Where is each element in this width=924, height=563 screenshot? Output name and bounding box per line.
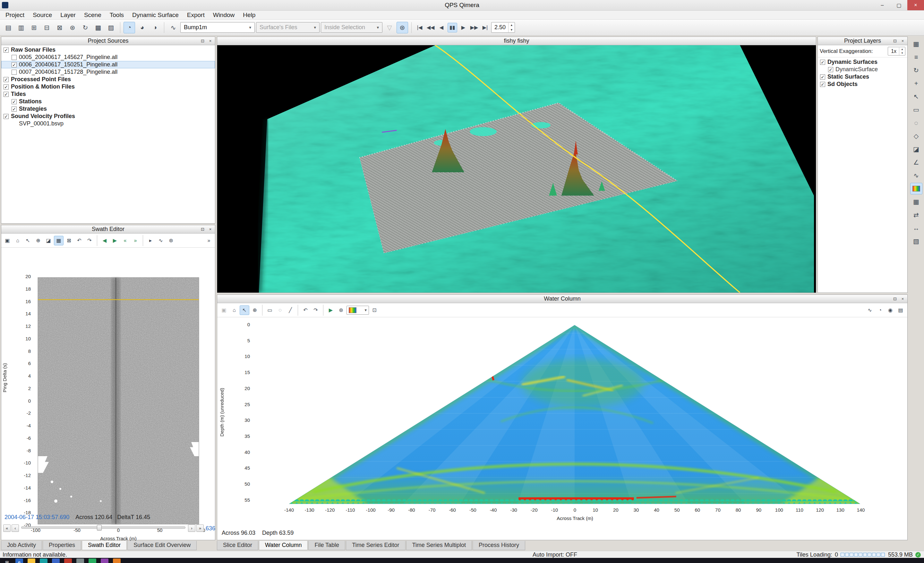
swath-redo-button[interactable]: ↷	[85, 236, 94, 246]
swath-zoom-button[interactable]: ⊕	[33, 236, 43, 246]
water-column-mode-button[interactable]: ∿	[168, 22, 179, 33]
scene-3d-canvas[interactable]	[217, 45, 816, 293]
checkbox[interactable]: ✓	[3, 48, 9, 52]
wc-wiggle-trace-button[interactable]: ∿	[865, 305, 874, 315]
wc-pointer-button[interactable]: ↖	[240, 305, 249, 315]
next-page-button[interactable]: »	[130, 236, 140, 246]
wc-visibility-button[interactable]: ◉	[885, 305, 895, 315]
taskbar-app-icon-5[interactable]	[88, 559, 96, 563]
taskbar-app-icon-7[interactable]	[113, 559, 121, 563]
tree-item-dynamicsurface[interactable]: ✓DynamicSurface	[818, 66, 908, 73]
scene-pointer-button[interactable]: ↖	[910, 91, 922, 102]
swath-last-ping-button[interactable]: »	[196, 524, 204, 532]
tree-item-raw-sonar-files[interactable]: ✓Raw Sonar Files	[1, 46, 215, 54]
tree-item-file-0005[interactable]: 0005_20040617_145627_Pingeline.all	[1, 54, 215, 61]
taskbar-app-icon-4[interactable]	[76, 559, 84, 563]
reset-axes-button[interactable]: +	[910, 78, 922, 89]
play-button[interactable]: ▶	[459, 23, 468, 32]
vertical-exaggeration-spinbox[interactable]: 1x ▲▼	[888, 47, 905, 55]
pan-move-button[interactable]: ↔	[910, 222, 922, 234]
lasso-select-button[interactable]: ◌	[910, 117, 922, 129]
tab-water-column[interactable]: Water Column	[259, 541, 308, 550]
swath-pointer-button[interactable]: ↖	[23, 236, 33, 246]
swap-view-button[interactable]: ⇄	[910, 209, 922, 221]
prev-line-button[interactable]: ◀	[100, 236, 110, 246]
checkbox[interactable]: ✓	[12, 99, 16, 104]
spectrum-button[interactable]: ∿	[156, 236, 165, 246]
polygon-select-button[interactable]: ◇	[910, 130, 922, 142]
export-data-button[interactable]: ▥	[15, 22, 27, 33]
wc-settings-button[interactable]: ⊛	[336, 305, 346, 315]
close-button[interactable]: ×	[908, 0, 924, 10]
water-column-canvas[interactable]	[217, 317, 908, 528]
menu-source[interactable]: Source	[28, 10, 56, 19]
tree-item-svp-file[interactable]: SVP_00001.bsvp	[1, 120, 215, 127]
tab-swath-editor[interactable]: Swath Editor	[82, 541, 127, 550]
tree-item-strategies[interactable]: ✓Strategies	[1, 105, 215, 112]
interval-spinbox[interactable]: 2.50 ▲▼	[491, 22, 515, 33]
checkbox[interactable]: ✓	[820, 60, 825, 65]
checkbox[interactable]: ✓	[820, 75, 825, 79]
wc-colormap-dropdown[interactable]: ▾	[346, 306, 369, 315]
minimize-button[interactable]: –	[874, 0, 891, 10]
fast-forward-button[interactable]: ▶▶	[470, 23, 479, 32]
maximize-button[interactable]: ▢	[891, 0, 908, 10]
swath-canvas[interactable]	[33, 277, 203, 525]
close-panel-icon[interactable]: ×	[899, 37, 906, 44]
erase-button[interactable]: ◪	[910, 144, 922, 155]
tree-item-stations[interactable]: ✓Stations	[1, 98, 215, 105]
swath-next-ping-button[interactable]: ›	[188, 524, 195, 532]
checkbox[interactable]: ✓	[12, 62, 16, 67]
float-panel-icon[interactable]: ⊡	[199, 226, 206, 232]
tree-item-processed-point-files[interactable]: ✓Processed Point Files	[1, 76, 215, 83]
surface-files-combobox[interactable]: Surface's Files▾	[256, 22, 320, 33]
grid-layer-combobox[interactable]: Bump1m▾	[180, 22, 255, 33]
tree-item-file-0006[interactable]: ✓0006_20040617_150251_Pingeline.all	[1, 61, 215, 68]
close-panel-icon[interactable]: ×	[207, 37, 214, 44]
taskbar-explorer-icon[interactable]	[28, 559, 35, 563]
new-surface-button[interactable]: ▩	[92, 22, 104, 33]
spin-down-icon[interactable]: ▼	[899, 51, 905, 55]
menu-project[interactable]: Project	[1, 10, 28, 19]
colormap-button[interactable]	[910, 183, 922, 195]
next-line-button[interactable]: ▶	[110, 236, 120, 246]
rewind-button[interactable]: ◀◀	[426, 23, 435, 32]
tab-properties[interactable]: Properties	[43, 541, 81, 550]
filter-button[interactable]: ▽	[384, 22, 395, 33]
swath-editor-mode-button[interactable]: ◔	[123, 22, 135, 33]
menu-help[interactable]: Help	[239, 10, 260, 19]
swath-undo-button[interactable]: ↶	[74, 236, 84, 246]
wc-save-button[interactable]: ▣	[219, 305, 229, 315]
select-rectangle-button[interactable]: ▭	[910, 104, 922, 115]
tree-item-file-0007[interactable]: 0007_20040617_151728_Pingeline.all	[1, 68, 215, 76]
spin-up-icon[interactable]: ▲	[508, 23, 514, 28]
taskbar-app-icon-3[interactable]	[64, 559, 72, 563]
swath-first-ping-button[interactable]: «	[3, 524, 10, 532]
checkbox[interactable]	[12, 55, 16, 60]
tree-item-sd-objects[interactable]: ✓Sd Objects	[818, 81, 908, 88]
processing-settings-button[interactable]: ⊛	[67, 22, 78, 33]
prev-page-button[interactable]: «	[120, 236, 130, 246]
tree-item-tides[interactable]: ✓Tides	[1, 90, 215, 98]
slice-editor-mode-button[interactable]: ◕	[136, 22, 148, 33]
rotate-view-button[interactable]: ↻	[910, 64, 922, 76]
checkbox[interactable]: ✓	[12, 106, 16, 112]
spin-up-icon[interactable]: ▲	[899, 48, 905, 51]
swath-reject-button[interactable]: ⊠	[64, 236, 74, 246]
patch-test-mode-button[interactable]: ◑	[149, 22, 161, 33]
checkbox[interactable]	[12, 70, 16, 75]
open-project-button[interactable]: ▤	[3, 22, 14, 33]
step-back-button[interactable]: ◀	[436, 23, 446, 32]
cube-view-button[interactable]: ▧	[910, 235, 922, 247]
checkbox[interactable]: ✓	[820, 82, 825, 87]
table-view-button[interactable]: ▦	[910, 38, 922, 50]
update-surface-button[interactable]: ▨	[105, 22, 117, 33]
start-button[interactable]: ⊞	[3, 559, 11, 563]
wc-undo-button[interactable]: ↶	[301, 305, 310, 315]
tree-item-position-motion-files[interactable]: ✓Position & Motion Files	[1, 83, 215, 90]
tab-file-table[interactable]: File Table	[308, 541, 345, 550]
wc-fan-view-button[interactable]: ◔	[875, 305, 885, 315]
close-panel-icon[interactable]: ×	[899, 295, 906, 302]
wc-copy-button[interactable]: ⊡	[370, 305, 379, 315]
swath-home-button[interactable]: ⌂	[13, 236, 22, 246]
